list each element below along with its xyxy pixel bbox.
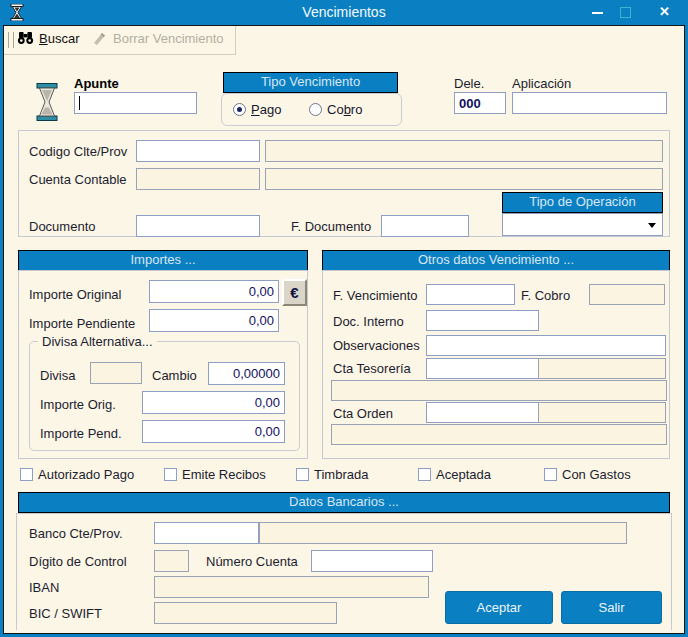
close-icon[interactable]: ✕ bbox=[659, 4, 670, 19]
borrar-vencimiento-button: Borrar Vencimiento bbox=[92, 30, 224, 46]
importe-pendiente-label: Importe Pendiente bbox=[29, 316, 135, 331]
cambio-input[interactable]: 0,00000 bbox=[208, 362, 285, 385]
checkbox-con-gastos[interactable]: Con Gastos bbox=[544, 467, 631, 482]
dele-input[interactable]: 000 bbox=[454, 92, 506, 114]
toolbar: Buscar Borrar Vencimiento bbox=[4, 26, 236, 55]
toolbar-grip-icon[interactable] bbox=[8, 32, 14, 48]
buscar-label: Buscar bbox=[39, 31, 79, 46]
borrar-vencimiento-label: Borrar Vencimiento bbox=[113, 31, 224, 46]
importe-orig-label: Importe Orig. bbox=[40, 397, 116, 412]
bic-swift-label: BIC / SWIFT bbox=[29, 606, 102, 621]
cta-tesoreria-label: Cta Tesorería bbox=[333, 361, 411, 376]
datos-bancarios-header: Datos Bancarios ... bbox=[18, 492, 670, 513]
importe-original-input[interactable]: 0,00 bbox=[149, 280, 279, 303]
banco-cte-prov-label: Banco Cte/Prov. bbox=[29, 526, 123, 541]
otros-datos-group: F. Vencimiento F. Cobro Doc. Interno Obs… bbox=[322, 270, 670, 459]
documento-input[interactable] bbox=[136, 215, 260, 237]
divisa-input bbox=[90, 362, 142, 384]
radio-pago[interactable]: Pago bbox=[233, 102, 281, 117]
importe-orig-input[interactable]: 0,00 bbox=[142, 391, 285, 414]
client-area: Buscar Borrar Vencimiento Apunte Tipo Ve… bbox=[3, 25, 685, 634]
checkbox-emite-recibos-box-icon bbox=[164, 468, 177, 481]
radio-cobro[interactable]: Cobro bbox=[309, 102, 362, 117]
divisa-label: Divisa bbox=[40, 368, 75, 383]
importe-pendiente-input[interactable]: 0,00 bbox=[149, 309, 279, 332]
radio-pago-circle-icon bbox=[233, 103, 246, 116]
cta-orden-label: Cta Orden bbox=[333, 406, 393, 421]
importes-group: Importe Original 0,00 € Importe Pendient… bbox=[18, 270, 308, 459]
documento-group: Codigo Clte/Prov Cuenta Contable Documen… bbox=[18, 130, 670, 237]
digito-control-input bbox=[154, 550, 189, 572]
checkbox-aceptada-label: Aceptada bbox=[436, 467, 491, 482]
checkbox-con-gastos-label: Con Gastos bbox=[562, 467, 631, 482]
tipo-operacion-dropdown[interactable] bbox=[502, 213, 663, 236]
f-documento-input[interactable] bbox=[381, 215, 469, 237]
f-cobro-input bbox=[589, 284, 665, 305]
checkbox-autorizado-pago[interactable]: Autorizado Pago bbox=[20, 467, 134, 482]
text-caret bbox=[79, 96, 80, 110]
numero-cuenta-input[interactable] bbox=[311, 550, 433, 572]
divisa-alternativa-legend: Divisa Alternativa... bbox=[38, 334, 157, 349]
radio-cobro-label: Cobro bbox=[327, 102, 362, 117]
dele-label: Dele. bbox=[454, 76, 484, 91]
window: Vencimientos ✕ Buscar bbox=[0, 0, 688, 637]
cta-tesoreria-descripcion bbox=[331, 380, 667, 401]
maximize-icon[interactable] bbox=[620, 7, 631, 18]
cta-orden-input[interactable] bbox=[426, 402, 539, 423]
observaciones-label: Observaciones bbox=[333, 338, 420, 353]
aplicacion-input[interactable] bbox=[512, 92, 667, 114]
checkbox-con-gastos-box-icon bbox=[544, 468, 557, 481]
checkbox-timbrada-box-icon bbox=[296, 468, 309, 481]
checkbox-aceptada-box-icon bbox=[418, 468, 431, 481]
checkbox-emite-recibos[interactable]: Emite Recibos bbox=[164, 467, 266, 482]
cuenta-contable-descripcion bbox=[265, 168, 663, 190]
cuenta-contable-input bbox=[136, 168, 260, 190]
checkbox-aceptada[interactable]: Aceptada bbox=[418, 467, 491, 482]
apunte-input[interactable] bbox=[74, 92, 197, 114]
codigo-clte-prov-descripcion bbox=[265, 140, 663, 162]
importe-pend-input[interactable]: 0,00 bbox=[142, 420, 285, 443]
eraser-icon bbox=[92, 30, 108, 46]
digito-control-label: Dígito de Control bbox=[29, 554, 127, 569]
banco-cte-prov-input[interactable] bbox=[154, 522, 259, 544]
codigo-clte-prov-input[interactable] bbox=[136, 140, 260, 162]
aceptar-button[interactable]: Aceptar bbox=[445, 591, 553, 624]
checkbox-timbrada-label: Timbrada bbox=[314, 467, 368, 482]
hourglass-large-icon bbox=[36, 83, 58, 121]
banco-cte-prov-descripcion bbox=[259, 522, 627, 544]
checkbox-autorizado-pago-label: Autorizado Pago bbox=[38, 467, 134, 482]
iban-input bbox=[154, 576, 429, 598]
checkbox-timbrada[interactable]: Timbrada bbox=[296, 467, 368, 482]
cambio-label: Cambio bbox=[152, 368, 197, 383]
f-documento-label: F. Documento bbox=[291, 219, 371, 234]
importe-pend-label: Importe Pend. bbox=[40, 426, 122, 441]
divisa-alternativa-group: Divisa Alternativa... Divisa Cambio 0,00… bbox=[29, 341, 300, 451]
apunte-label: Apunte bbox=[74, 76, 119, 91]
iban-label: IBAN bbox=[29, 580, 59, 595]
datos-bancarios-group: Banco Cte/Prov. Dígito de Control Número… bbox=[16, 513, 672, 630]
window-title: Vencimientos bbox=[3, 4, 685, 20]
documento-label: Documento bbox=[29, 219, 95, 234]
tipo-vencimiento-header: Tipo Vencimiento bbox=[223, 72, 398, 93]
observaciones-input[interactable] bbox=[426, 335, 666, 356]
f-cobro-label: F. Cobro bbox=[521, 288, 570, 303]
otros-datos-header: Otros datos Vencimiento ... bbox=[322, 250, 670, 271]
minimize-icon[interactable] bbox=[592, 12, 603, 14]
binoculars-icon bbox=[17, 30, 34, 46]
importe-original-label: Importe Original bbox=[29, 287, 121, 302]
euro-button[interactable]: € bbox=[282, 279, 307, 306]
f-vencimiento-input[interactable] bbox=[426, 284, 515, 305]
f-vencimiento-label: F. Vencimiento bbox=[333, 288, 418, 303]
cuenta-contable-label: Cuenta Contable bbox=[29, 172, 127, 187]
buscar-button[interactable]: Buscar bbox=[17, 30, 79, 46]
salir-button[interactable]: Salir bbox=[561, 591, 662, 624]
cta-tesoreria-input[interactable] bbox=[426, 358, 539, 379]
tipo-operacion-header: Tipo de Operación bbox=[502, 192, 663, 213]
doc-interno-label: Doc. Interno bbox=[333, 314, 404, 329]
radio-pago-label: Pago bbox=[251, 102, 281, 117]
doc-interno-input[interactable] bbox=[426, 310, 539, 331]
cta-orden-descripcion bbox=[331, 424, 667, 445]
codigo-clte-prov-label: Codigo Clte/Prov bbox=[29, 144, 127, 159]
importes-header: Importes ... bbox=[18, 250, 308, 271]
checkbox-autorizado-pago-box-icon bbox=[20, 468, 33, 481]
